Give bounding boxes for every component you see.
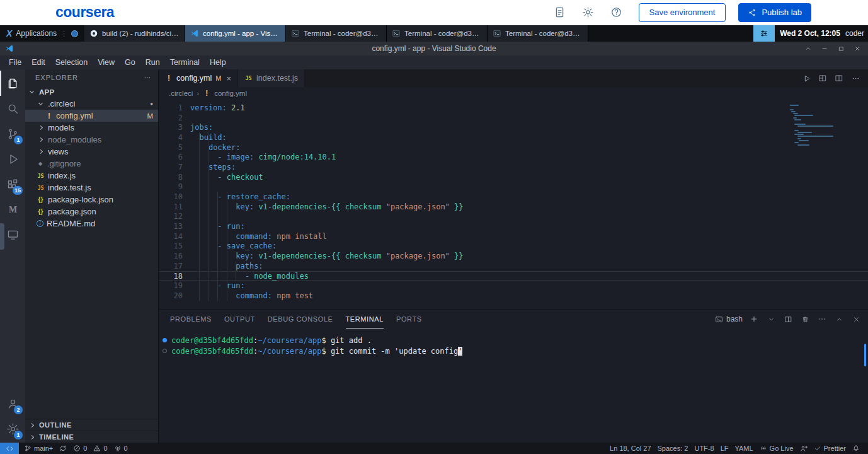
activity-search[interactable] [0, 96, 25, 121]
gear-icon[interactable] [582, 6, 594, 18]
tree-root-app[interactable]: APP [25, 86, 158, 98]
shell-label: bash [726, 315, 743, 323]
caret-down-icon[interactable] [765, 313, 777, 325]
menu-terminal[interactable]: Terminal [165, 55, 205, 69]
new-terminal-icon[interactable] [748, 313, 760, 325]
minimize-icon[interactable] [816, 42, 833, 55]
window-title: config.yml - app - Visual... [203, 30, 280, 37]
menu-view[interactable]: View [93, 55, 120, 69]
split-terminal-icon[interactable] [782, 313, 794, 325]
code-text: - checkout [183, 173, 263, 182]
more-actions-icon[interactable] [848, 69, 863, 87]
code-line-8: 8 - checkout [159, 172, 868, 182]
tweaks-button[interactable] [753, 25, 775, 42]
code-line-5: 5 docker: [159, 143, 868, 153]
taskbar-clock[interactable]: Wed 2 Oct, 12:05 [775, 25, 845, 42]
taskbar-window-5-terminal[interactable]: Terminal - coder@d35bf... [488, 25, 588, 42]
status-ln-18-col-27[interactable]: Ln 18, Col 27 [607, 443, 654, 454]
panel-tab-terminal[interactable]: TERMINAL [346, 310, 384, 329]
file-index.js[interactable]: JSindex.js [25, 170, 158, 182]
status-go-live[interactable]: Go Live [757, 443, 797, 454]
outline-section[interactable]: OUTLINE [25, 419, 158, 431]
activity-account[interactable]: 2 [0, 391, 25, 416]
file-node_modules[interactable]: node_modules [25, 134, 158, 146]
sliders-icon [759, 28, 769, 38]
status-0[interactable]: 0 [90, 443, 110, 454]
file-package-lock.json[interactable]: {}package-lock.json [25, 194, 158, 206]
close-icon[interactable] [849, 42, 865, 55]
close-tab-icon[interactable]: × [226, 74, 231, 83]
file-.gitignore[interactable]: ◆.gitignore [25, 158, 158, 170]
file-views[interactable]: views [25, 146, 158, 158]
activity-source-control[interactable]: 1 [0, 121, 25, 146]
code-editor[interactable]: 1version: 2.123jobs:4 build:5 docker:6 -… [159, 100, 868, 309]
status-0[interactable]: 0 [111, 443, 131, 454]
panel-tab-problems[interactable]: PROBLEMS [170, 310, 212, 329]
menu-selection[interactable]: Selection [50, 55, 93, 69]
layout-icon[interactable] [815, 69, 830, 87]
breadcrumb-folder[interactable]: .circleci [169, 90, 193, 97]
file-README.md[interactable]: iREADME.md [25, 218, 158, 230]
breadcrumb[interactable]: .circleci › ! config.yml [159, 87, 868, 100]
status-main-[interactable]: main+ [21, 443, 56, 454]
run-icon[interactable] [799, 69, 814, 87]
status-lf[interactable]: LF [717, 443, 732, 454]
split-editor-icon[interactable] [831, 69, 847, 87]
warning-icon: ! [203, 89, 210, 98]
activity-settings[interactable]: 1 [0, 416, 25, 441]
side-handle[interactable] [0, 223, 4, 250]
activity-m-extension[interactable]: M [0, 197, 25, 222]
file-config.yml[interactable]: !config.ymlM [25, 110, 158, 122]
status-yaml[interactable]: YAML [731, 443, 756, 454]
status-sync[interactable] [56, 443, 70, 454]
menu-edit[interactable]: Edit [26, 55, 50, 69]
trash-icon[interactable] [799, 313, 811, 325]
menu-file[interactable]: File [4, 55, 26, 69]
file-package.json[interactable]: {}package.json [25, 206, 158, 218]
file-index.test.js[interactable]: JSindex.test.js [25, 182, 158, 194]
panel-tab-ports[interactable]: PORTS [396, 310, 422, 329]
timeline-section[interactable]: TIMELINE [25, 431, 158, 443]
maximize-panel-icon[interactable] [833, 313, 845, 325]
taskbar-window-2-vscode[interactable]: config.yml - app - Visual... [185, 25, 286, 42]
status-person[interactable] [797, 443, 811, 454]
more-actions-icon[interactable] [143, 73, 152, 82]
help-icon[interactable] [610, 6, 622, 18]
coursera-logo[interactable]: coursera [55, 4, 114, 21]
tab-index.test.js[interactable]: JSindex.test.js [238, 69, 305, 87]
taskbar-window-3-terminal[interactable]: Terminal - coder@d35bf... [286, 25, 387, 42]
close-panel-icon[interactable] [850, 313, 862, 325]
minimap[interactable] [790, 105, 859, 146]
activity-explorer[interactable] [0, 71, 25, 96]
more-actions-icon[interactable] [816, 313, 828, 325]
activity-extensions[interactable]: 15 [0, 172, 25, 197]
maximize-icon[interactable] [833, 42, 849, 55]
file-.circleci[interactable]: .circleci● [25, 98, 158, 110]
taskbar-window-4-terminal[interactable]: Terminal - coder@d35bf... [387, 25, 488, 42]
status-bell[interactable] [849, 443, 863, 454]
shell-selector[interactable]: bash [715, 315, 743, 323]
panel-tab-output[interactable]: OUTPUT [224, 310, 255, 329]
activity-run-debug[interactable] [0, 146, 25, 172]
chevron-up-icon[interactable] [800, 42, 816, 55]
status-spaces-2[interactable]: Spaces: 2 [654, 443, 692, 454]
applications-menu[interactable]: X Applications ⋮ [0, 25, 84, 42]
terminal-scrollbar[interactable] [864, 344, 866, 366]
panel-tab-debug-console[interactable]: DEBUG CONSOLE [268, 310, 333, 329]
status-utf-8[interactable]: UTF-8 [691, 443, 717, 454]
tab-config.yml[interactable]: !config.ymlM× [159, 69, 238, 87]
status-prettier[interactable]: Prettier [811, 443, 849, 454]
status-0[interactable]: 0 [70, 443, 90, 454]
menu-go[interactable]: Go [120, 55, 140, 69]
publish-lab-button[interactable]: Publish lab [738, 3, 811, 22]
breadcrumb-file[interactable]: config.yml [214, 90, 247, 97]
terminal[interactable]: coder@d35bf4d65fdd:~/coursera/app$ git a… [159, 329, 868, 443]
app-circle-icon[interactable] [71, 30, 78, 37]
menu-help[interactable]: Help [205, 55, 231, 69]
file-models[interactable]: models [25, 122, 158, 134]
save-environment-button[interactable]: Save environment [639, 3, 726, 22]
remote-indicator[interactable] [0, 443, 19, 454]
document-icon[interactable] [554, 6, 566, 18]
taskbar-window-1-circleci[interactable]: build (2) - rudihinds/circl... [84, 25, 185, 42]
menu-run[interactable]: Run [140, 55, 165, 69]
